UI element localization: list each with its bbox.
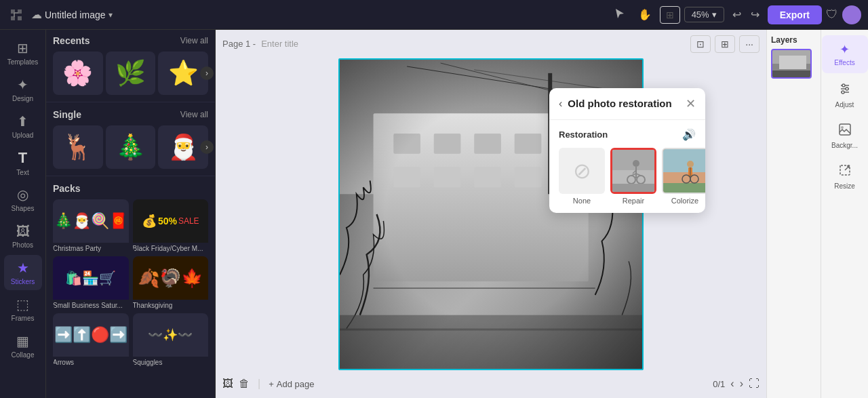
single-title: Single: [53, 109, 81, 120]
document-title-area[interactable]: ☁ Untitled image ▾: [31, 8, 113, 21]
single-item-1[interactable]: 🎄: [106, 125, 156, 169]
restoration-repair-thumb: [610, 148, 656, 194]
effects-tool[interactable]: ✦ Effects: [822, 35, 868, 73]
resize-icon: [838, 163, 852, 180]
divider-1: [46, 102, 215, 102]
left-sidebar: ⊞ Templates ✦ Design ⬆ Upload T Text ◎ S…: [0, 30, 46, 398]
document-title: Untitled image: [45, 9, 106, 20]
pack-arrows[interactable]: ➡️⬆️🔴➡️ Arrows: [53, 313, 129, 366]
effects-icon: ✦: [840, 42, 850, 57]
text-icon: T: [18, 149, 27, 167]
recent-item-0[interactable]: 🌸: [53, 52, 103, 95]
undo-button[interactable]: ↩: [728, 5, 745, 24]
header-tools: ✋ ⊞ 45% ▾ ↩ ↪ Export 🛡: [610, 5, 861, 25]
svg-rect-21: [612, 150, 654, 170]
pack-squiggles-img: 〰️✨〰️: [133, 313, 209, 357]
canvas-grid-button[interactable]: ⊞: [715, 35, 735, 53]
export-button[interactable]: Export: [768, 5, 822, 24]
single-view-all-button[interactable]: View all: [180, 110, 208, 119]
svg-point-46: [846, 87, 848, 90]
restoration-option-repair[interactable]: Repair: [610, 148, 656, 205]
photos-icon: 🖼: [16, 224, 30, 239]
restoration-colorize-label: Colorize: [671, 197, 698, 205]
hand-tool-button[interactable]: ✋: [634, 5, 656, 24]
svg-point-33: [687, 161, 694, 167]
speaker-icon: 🔊: [682, 128, 696, 141]
canvas-wrapper: ‹ Old photo restoration ✕ Restoration 🔊 …: [216, 58, 766, 370]
fullscreen-icon[interactable]: ⛶: [749, 378, 760, 390]
prev-page-icon[interactable]: ‹: [730, 378, 734, 390]
restoration-close-button[interactable]: ✕: [686, 96, 696, 111]
sidebar-item-text[interactable]: T Text: [4, 145, 42, 180]
canvas-photo-icon[interactable]: 🖼: [222, 378, 233, 390]
recent-item-1[interactable]: 🌿: [106, 52, 156, 95]
restoration-none-thumb: ⊘: [559, 148, 605, 194]
sidebar-item-upload[interactable]: ⬆ Upload: [4, 108, 42, 144]
frames-icon: ⬚: [16, 296, 29, 313]
svg-point-45: [842, 84, 845, 87]
background-icon: [838, 123, 852, 140]
svg-rect-32: [663, 183, 705, 194]
sidebar-item-stickers[interactable]: ★ Stickers: [4, 255, 42, 290]
restoration-option-none[interactable]: ⊘ None: [559, 148, 605, 205]
restoration-option-colorize[interactable]: Colorize: [662, 148, 705, 205]
canvas-toolbar-right: ⊡ ⊞ ···: [690, 35, 760, 53]
sidebar-item-shapes[interactable]: ◎ Shapes: [4, 182, 42, 217]
pack-christmas-label: Christmas Party: [53, 245, 129, 252]
templates-icon: ⊞: [17, 40, 28, 56]
pack-blackfriday-label: Black Friday/Cyber M...: [133, 245, 209, 252]
design-icon: ✦: [17, 77, 28, 93]
collage-icon: ▦: [16, 333, 29, 349]
adjust-icon: [838, 82, 852, 99]
pack-arrows-label: Arrows: [53, 359, 129, 366]
sidebar-item-photos[interactable]: 🖼 Photos: [4, 218, 42, 254]
canvas-area: Page 1 - Enter title ⊡ ⊞ ···: [216, 30, 766, 398]
canvas-delete-icon[interactable]: 🗑: [239, 378, 250, 390]
packs-title: Packs: [53, 183, 80, 194]
enter-title-field[interactable]: Enter title: [261, 39, 298, 49]
pack-thanksgiving[interactable]: 🍂🦃🍁 Thanksgiving: [133, 256, 209, 309]
adjust-tool[interactable]: Adjust: [822, 76, 868, 114]
sidebar-item-templates[interactable]: ⊞ Templates: [4, 35, 42, 71]
select-tool-button[interactable]: [610, 5, 630, 25]
next-page-icon[interactable]: ›: [740, 378, 743, 390]
resize-tool[interactable]: Resize: [822, 157, 868, 195]
svg-line-51: [845, 166, 849, 170]
pack-smallbiz-img: 🛍️🏪🛒: [53, 256, 129, 300]
zoom-level: 45%: [692, 9, 709, 20]
app-logo: [7, 5, 26, 24]
zoom-control[interactable]: 45% ▾: [684, 7, 724, 22]
pack-arrows-img: ➡️⬆️🔴➡️: [53, 313, 129, 357]
svg-point-22: [633, 160, 639, 167]
pack-christmas[interactable]: 🎄🎅🍭🧧 Christmas Party: [53, 199, 129, 252]
pack-smallbiz[interactable]: 🛍️🏪🛒 Small Business Satur...: [53, 256, 129, 309]
single-header: Single View all: [53, 109, 208, 120]
redo-button[interactable]: ↪: [747, 5, 764, 24]
layout-button[interactable]: ⊞: [660, 6, 680, 24]
add-page-icon: +: [269, 379, 274, 389]
pack-squiggles[interactable]: 〰️✨〰️ Squiggles: [133, 313, 209, 366]
recents-next-button[interactable]: ›: [200, 66, 214, 80]
canvas-frame-button[interactable]: ⊡: [690, 35, 711, 53]
restoration-back-button[interactable]: ‹: [559, 98, 562, 110]
packs-section: Packs 🎄🎅🍭🧧 Christmas Party 💰50%SALE Bl: [46, 178, 215, 372]
user-avatar[interactable]: [842, 5, 861, 24]
divider-2: [46, 176, 215, 176]
single-next-button[interactable]: ›: [200, 140, 214, 154]
restoration-body: Restoration 🔊 ⊘ None: [549, 120, 705, 213]
single-item-0[interactable]: 🦌: [53, 125, 103, 169]
svg-point-47: [842, 91, 844, 94]
recents-view-all-button[interactable]: View all: [180, 36, 208, 45]
canvas-more-button[interactable]: ···: [739, 35, 760, 53]
add-page-button[interactable]: + Add page: [269, 379, 314, 389]
pack-blackfriday-img: 💰50%SALE: [133, 199, 209, 243]
background-tool[interactable]: Backgr...: [822, 117, 868, 155]
zoom-chevron-icon: ▾: [712, 9, 717, 20]
layers-panel: Layers: [766, 30, 821, 398]
svg-rect-41: [772, 71, 812, 79]
pack-blackfriday[interactable]: 💰50%SALE Black Friday/Cyber M...: [133, 199, 209, 252]
sidebar-item-design[interactable]: ✦ Design: [4, 72, 42, 107]
sidebar-item-collage[interactable]: ▦ Collage: [4, 328, 42, 363]
layer-thumbnail-0[interactable]: [771, 49, 812, 79]
sidebar-item-frames[interactable]: ⬚ Frames: [4, 292, 42, 327]
